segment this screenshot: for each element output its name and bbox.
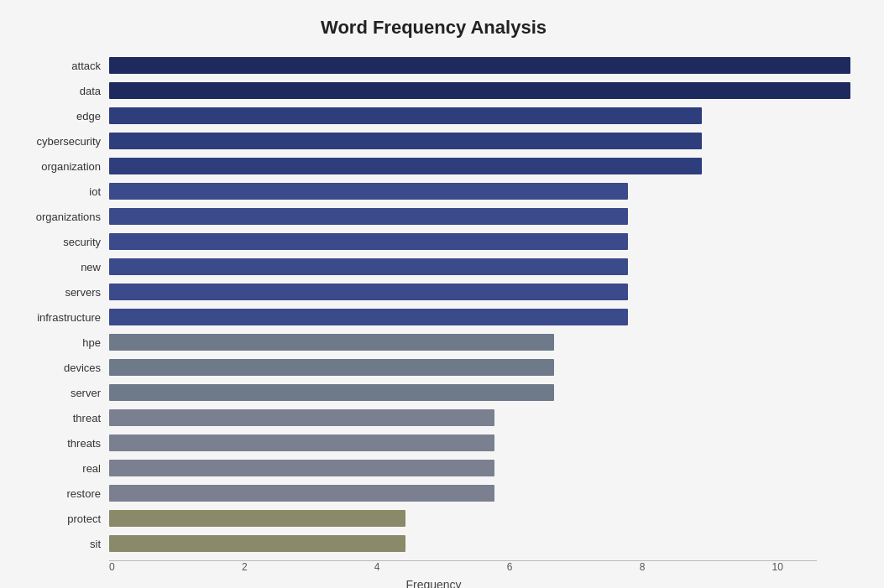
- bar-row: organizations: [17, 205, 850, 228]
- bar-track: [109, 485, 850, 502]
- bar-fill: [109, 409, 494, 426]
- bar-track: [109, 434, 850, 451]
- bar-row: cybersecurity: [17, 129, 850, 153]
- bar-track: [109, 535, 850, 552]
- x-tick-label: 2: [242, 561, 248, 573]
- x-tick-label: 8: [640, 561, 646, 573]
- bar-fill: [109, 309, 628, 325]
- bar-label: organizations: [17, 211, 109, 223]
- bar-track: [109, 133, 850, 149]
- bar-row: sit: [17, 532, 850, 555]
- bar-row: server: [17, 381, 850, 404]
- bar-fill: [109, 208, 628, 225]
- bar-fill: [109, 158, 702, 174]
- bar-track: [109, 334, 850, 351]
- bar-track: [109, 409, 850, 426]
- bar-label: protect: [17, 513, 109, 525]
- bar-fill: [109, 535, 405, 552]
- bar-track: [109, 384, 850, 401]
- bar-label: hpe: [17, 336, 109, 349]
- chart-title: Word Frequency Analysis: [17, 17, 850, 39]
- bar-fill: [109, 57, 850, 74]
- bar-label: infrastructure: [17, 311, 109, 324]
- bars-section: attackdataedgecybersecurityorganizationi…: [17, 54, 850, 557]
- bar-label: iot: [17, 185, 109, 198]
- bar-fill: [109, 133, 702, 149]
- bar-row: real: [17, 456, 850, 480]
- bar-fill: [109, 434, 494, 451]
- bar-label: sit: [17, 538, 109, 550]
- bar-fill: [109, 359, 554, 376]
- x-axis-title: Frequency: [17, 578, 850, 588]
- bar-label: devices: [17, 362, 109, 374]
- bar-fill: [109, 460, 494, 476]
- bar-track: [109, 208, 850, 225]
- bar-row: security: [17, 230, 850, 253]
- bar-fill: [109, 183, 628, 200]
- chart-body: attackdataedgecybersecurityorganizationi…: [17, 54, 850, 575]
- x-tick-label: 4: [374, 561, 380, 573]
- bar-row: infrastructure: [17, 305, 850, 329]
- bar-track: [109, 82, 850, 99]
- bar-track: [109, 233, 850, 250]
- bar-row: protect: [17, 507, 850, 530]
- bar-row: new: [17, 255, 850, 278]
- bar-row: attack: [17, 54, 850, 77]
- bar-row: devices: [17, 356, 850, 379]
- bar-row: threats: [17, 431, 850, 455]
- bar-track: [109, 284, 850, 300]
- bar-track: [109, 57, 850, 74]
- bar-row: threat: [17, 406, 850, 429]
- chart-container: Word Frequency Analysis attackdataedgecy…: [0, 0, 884, 588]
- bar-fill: [109, 107, 702, 124]
- bar-label: edge: [17, 110, 109, 122]
- bar-label: organization: [17, 160, 109, 173]
- bar-row: edge: [17, 104, 850, 127]
- bar-track: [109, 158, 850, 174]
- x-tick-label: 6: [507, 561, 513, 573]
- bar-fill: [109, 485, 494, 502]
- bar-track: [109, 107, 850, 124]
- x-tick-label: 10: [772, 561, 783, 573]
- bar-label: servers: [17, 286, 109, 299]
- bar-label: security: [17, 236, 109, 248]
- bar-row: hpe: [17, 330, 850, 354]
- x-tick-label: 0: [109, 561, 115, 573]
- bar-fill: [109, 284, 628, 300]
- bar-track: [109, 258, 850, 275]
- bar-label: threat: [17, 412, 109, 424]
- bar-row: organization: [17, 154, 850, 178]
- bar-label: cybersecurity: [17, 135, 109, 148]
- bar-fill: [109, 82, 850, 99]
- bar-fill: [109, 384, 554, 401]
- bar-row: restore: [17, 481, 850, 505]
- bar-label: data: [17, 85, 109, 97]
- bar-label: threats: [17, 437, 109, 450]
- bar-fill: [109, 334, 554, 351]
- bar-track: [109, 359, 850, 376]
- bar-label: new: [17, 261, 109, 273]
- axis-section: 0246810 Frequency: [17, 560, 850, 588]
- bar-fill: [109, 258, 628, 275]
- bar-label: attack: [17, 60, 109, 72]
- bar-row: iot: [17, 180, 850, 203]
- bar-fill: [109, 233, 628, 250]
- bar-row: servers: [17, 280, 850, 304]
- bar-track: [109, 510, 850, 527]
- bar-row: data: [17, 79, 850, 102]
- bar-track: [109, 183, 850, 200]
- bar-fill: [109, 510, 405, 527]
- bar-label: real: [17, 462, 109, 475]
- bar-label: restore: [17, 487, 109, 500]
- bar-track: [109, 460, 850, 476]
- bar-label: server: [17, 387, 109, 399]
- bar-track: [109, 309, 850, 325]
